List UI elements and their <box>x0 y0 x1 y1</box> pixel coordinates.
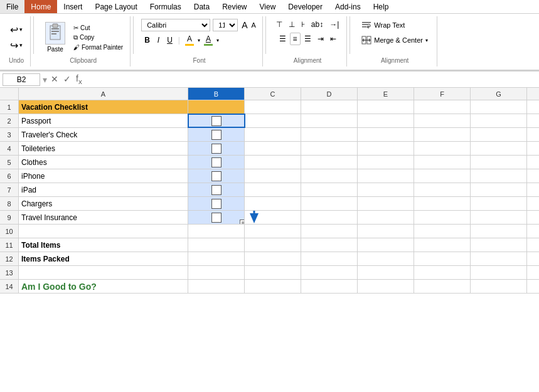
cell-2-e[interactable] <box>358 114 414 127</box>
font-color-button[interactable]: A <box>201 34 215 46</box>
cell-14-d[interactable] <box>301 280 358 293</box>
cell-8-e[interactable] <box>358 197 414 210</box>
cell-9-f[interactable] <box>414 211 471 224</box>
autofill-handle[interactable] <box>240 220 245 224</box>
cell-4-h[interactable] <box>527 142 539 155</box>
cell-10-e[interactable] <box>358 225 414 238</box>
increase-font-btn[interactable]: A <box>240 21 248 29</box>
row-num-2[interactable]: 2 <box>0 114 18 128</box>
col-header-g[interactable]: G <box>471 88 527 100</box>
cell-14-h[interactable] <box>527 280 539 293</box>
cell-3-f[interactable] <box>414 128 471 141</box>
cell-13-h[interactable] <box>527 266 539 279</box>
cell-8-c[interactable] <box>245 197 301 210</box>
cell-6-g[interactable] <box>471 169 527 183</box>
font-name-select[interactable]: Calibri <box>141 19 210 31</box>
cell-14-a[interactable]: Am I Good to Go? <box>19 280 188 293</box>
cell-4-f[interactable] <box>414 142 471 155</box>
cell-3-a[interactable]: Traveler's Check <box>19 128 188 141</box>
align-bottom-btn[interactable]: ⊦ <box>299 19 307 30</box>
cell-8-b-checkbox[interactable] <box>211 199 221 209</box>
col-header-b[interactable]: B <box>188 88 245 100</box>
cell-11-c[interactable] <box>245 238 301 252</box>
cell-4-a[interactable]: Toileteries <box>19 142 188 155</box>
fill-color-button[interactable]: A <box>183 34 196 46</box>
cell-1-b[interactable] <box>188 100 245 114</box>
cell-5-d[interactable] <box>301 156 358 169</box>
cell-11-g[interactable] <box>471 238 527 252</box>
cell-10-f[interactable] <box>414 225 471 238</box>
cell-11-h[interactable] <box>527 238 539 252</box>
cell-3-h[interactable] <box>527 128 539 141</box>
cell-2-a[interactable]: Passport <box>19 114 188 127</box>
menu-view[interactable]: View <box>253 0 282 13</box>
decrease-indent-btn[interactable]: ⇤ <box>328 33 339 45</box>
align-middle-btn[interactable]: ⊥ <box>286 19 297 30</box>
cell-8-h[interactable] <box>527 197 539 210</box>
cell-13-d[interactable] <box>301 266 358 279</box>
col-header-h[interactable]: H <box>527 88 539 100</box>
cell-7-b-checkbox[interactable] <box>211 185 221 195</box>
cell-3-b[interactable] <box>188 128 245 141</box>
cell-4-b-checkbox[interactable] <box>211 144 221 154</box>
cell-12-b[interactable] <box>188 252 245 265</box>
cell-14-e[interactable] <box>358 280 414 293</box>
insert-function-icon[interactable]: fx <box>75 73 83 85</box>
menu-file[interactable]: File <box>0 0 24 13</box>
redo-button[interactable]: ↪ ▾ <box>8 38 25 53</box>
cell-8-a[interactable]: Chargers <box>19 197 188 210</box>
indent-btn[interactable]: ⇥ <box>315 33 326 45</box>
cell-12-e[interactable] <box>358 252 414 265</box>
cell-3-d[interactable] <box>301 128 358 141</box>
cell-2-c[interactable] <box>245 114 301 127</box>
italic-button[interactable]: I <box>154 34 163 46</box>
cell-3-c[interactable] <box>245 128 301 141</box>
cancel-formula-icon[interactable]: ✕ <box>50 74 60 84</box>
cell-11-f[interactable] <box>414 238 471 252</box>
row-num-14[interactable]: 14 <box>0 280 18 294</box>
cell-8-f[interactable] <box>414 197 471 210</box>
cell-12-d[interactable] <box>301 252 358 265</box>
underline-button[interactable]: U <box>164 34 176 46</box>
cell-6-b[interactable] <box>188 169 245 183</box>
cell-5-b-checkbox[interactable] <box>211 157 221 167</box>
cell-1-f[interactable] <box>414 100 471 114</box>
align-top-btn[interactable]: ⊤ <box>274 19 285 30</box>
orientation-btn[interactable]: ab↕ <box>309 19 326 30</box>
cell-9-b-checkbox[interactable] <box>211 213 221 223</box>
confirm-formula-icon[interactable]: ✓ <box>62 74 72 84</box>
format-painter-button[interactable]: 🖌 Format Painter <box>72 43 125 51</box>
col-header-d[interactable]: D <box>301 88 358 100</box>
cell-3-e[interactable] <box>358 128 414 141</box>
cell-8-b[interactable] <box>188 197 245 210</box>
cell-9-c[interactable] <box>245 211 301 224</box>
cell-13-e[interactable] <box>358 266 414 279</box>
wrap-text-button[interactable]: Wrap Text <box>358 19 432 31</box>
cell-7-b[interactable] <box>188 183 245 196</box>
cell-5-h[interactable] <box>527 156 539 169</box>
cell-6-c[interactable] <box>245 169 301 183</box>
cell-10-g[interactable] <box>471 225 527 238</box>
cell-2-b[interactable] <box>188 114 245 127</box>
cell-14-f[interactable] <box>414 280 471 293</box>
cell-2-g[interactable] <box>471 114 527 127</box>
cell-1-g[interactable] <box>471 100 527 114</box>
cell-5-e[interactable] <box>358 156 414 169</box>
row-num-11[interactable]: 11 <box>0 238 18 252</box>
cell-12-a[interactable]: Items Packed <box>19 252 188 265</box>
row-num-7[interactable]: 7 <box>0 183 18 197</box>
cell-4-d[interactable] <box>301 142 358 155</box>
cell-14-c[interactable] <box>245 280 301 293</box>
menu-formulas[interactable]: Formulas <box>144 0 188 13</box>
col-header-c[interactable]: C <box>245 88 301 100</box>
cell-7-f[interactable] <box>414 183 471 196</box>
menu-addins[interactable]: Add-ins <box>329 0 367 13</box>
menu-developer[interactable]: Developer <box>282 0 329 13</box>
cell-1-h[interactable] <box>527 100 539 114</box>
cell-2-h[interactable] <box>527 114 539 127</box>
cell-1-a[interactable]: Vacation Checklist <box>19 100 188 114</box>
col-header-e[interactable]: E <box>358 88 414 100</box>
cell-1-d[interactable] <box>301 100 358 114</box>
cell-12-h[interactable] <box>527 252 539 265</box>
cell-9-g[interactable] <box>471 211 527 224</box>
